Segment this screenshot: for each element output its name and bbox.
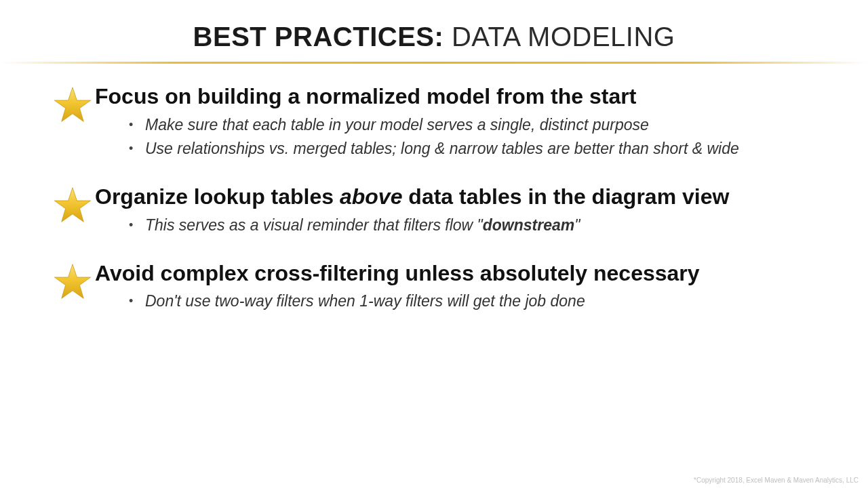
svg-marker-1 bbox=[54, 188, 90, 222]
heading-emphasis: above bbox=[340, 184, 402, 209]
title-bold: BEST PRACTICES: bbox=[193, 22, 444, 52]
sub-bullet: Make sure that each table in your model … bbox=[129, 113, 827, 138]
title-light: DATA MODELING bbox=[443, 22, 675, 52]
sub-bullet: Don't use two-way filters when 1-way fil… bbox=[129, 289, 827, 314]
sub-bullet-list: Make sure that each table in your model … bbox=[95, 113, 827, 161]
item-heading: Focus on building a normalized model fro… bbox=[95, 84, 827, 109]
heading-text: Focus on building a normalized model fro… bbox=[95, 84, 636, 108]
item-heading: Organize lookup tables above data tables… bbox=[95, 184, 827, 209]
sub-bullet: Use relationships vs. merged tables; lon… bbox=[129, 137, 827, 161]
slide-title: BEST PRACTICES: DATA MODELING bbox=[0, 0, 868, 59]
star-icon bbox=[53, 186, 92, 225]
slide: BEST PRACTICES: DATA MODELING Focus on b… bbox=[0, 0, 868, 488]
list-item: Avoid complex cross-filtering unless abs… bbox=[41, 261, 827, 314]
bullet-text: This serves as a visual reminder that fi… bbox=[145, 216, 483, 234]
heading-text: data tables in the diagram view bbox=[402, 184, 729, 209]
sub-bullet: This serves as a visual reminder that fi… bbox=[129, 214, 827, 238]
bullet-text: Make sure that each table in your model … bbox=[145, 116, 649, 134]
star-bullet bbox=[41, 184, 88, 225]
content-area: Focus on building a normalized model fro… bbox=[0, 64, 868, 314]
svg-marker-2 bbox=[54, 264, 90, 298]
star-bullet bbox=[41, 261, 88, 302]
bullet-bold: downstream bbox=[483, 216, 574, 234]
heading-text: Avoid complex cross-filtering unless abs… bbox=[95, 261, 700, 285]
list-item: Focus on building a normalized model fro… bbox=[41, 84, 827, 161]
item-body: Avoid complex cross-filtering unless abs… bbox=[88, 261, 827, 314]
star-icon bbox=[53, 262, 92, 302]
sub-bullet-list: Don't use two-way filters when 1-way fil… bbox=[95, 289, 827, 314]
sub-bullet-list: This serves as a visual reminder that fi… bbox=[95, 214, 827, 238]
list-item: Organize lookup tables above data tables… bbox=[41, 184, 827, 237]
item-body: Organize lookup tables above data tables… bbox=[88, 184, 827, 237]
heading-text: Organize lookup tables bbox=[95, 184, 340, 209]
svg-marker-0 bbox=[54, 87, 90, 121]
bullet-text: " bbox=[574, 216, 580, 234]
bullet-text: Don't use two-way filters when 1-way fil… bbox=[145, 292, 585, 310]
star-bullet bbox=[41, 84, 88, 125]
copyright-text: *Copyright 2018, Excel Maven & Maven Ana… bbox=[694, 476, 859, 484]
item-body: Focus on building a normalized model fro… bbox=[88, 84, 827, 161]
star-icon bbox=[53, 85, 92, 125]
bullet-text: Use relationships vs. merged tables; lon… bbox=[145, 140, 739, 157]
item-heading: Avoid complex cross-filtering unless abs… bbox=[95, 261, 827, 286]
